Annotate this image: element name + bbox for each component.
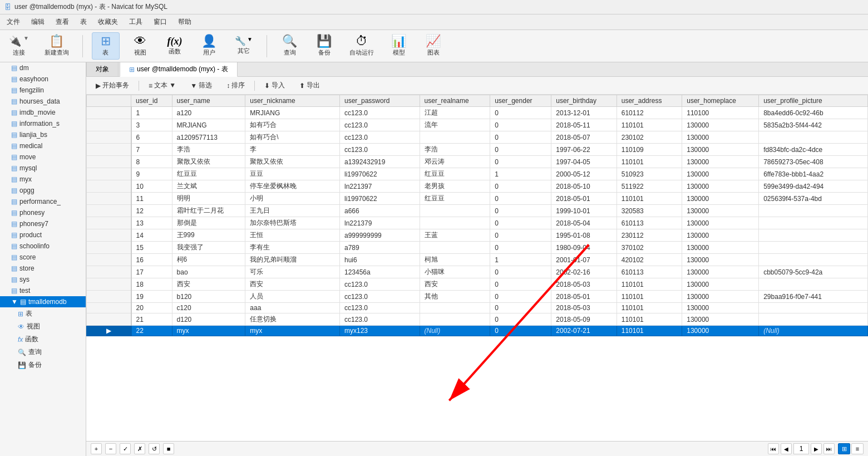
table-cell-user_realname[interactable]: 邓云涛 bbox=[420, 156, 490, 168]
table-cell-user_name[interactable]: bao bbox=[172, 266, 245, 278]
table-cell-user_name[interactable]: 霜叶红于二月花 bbox=[172, 205, 245, 217]
toolbar-connect[interactable]: 🔌 ▼ 连接 bbox=[4, 33, 33, 59]
table-cell-user_birthday[interactable]: 1999-10-01 bbox=[551, 205, 617, 217]
table-cell-user_realname[interactable] bbox=[420, 303, 490, 313]
table-cell-user_gender[interactable]: 0 bbox=[490, 156, 551, 168]
table-cell-user_nickname[interactable]: 加尔奈特巴斯塔 bbox=[245, 217, 340, 229]
table-row[interactable]: 1a120MRJIANGcc123.0江超02013-12-0161011211… bbox=[87, 107, 868, 119]
delete-row-btn[interactable]: − bbox=[105, 443, 116, 454]
table-cell-user_homeplace[interactable]: 130000 bbox=[682, 266, 759, 278]
toolbar-other[interactable]: 🔧▼ 其它 bbox=[230, 35, 258, 57]
toolbar-view[interactable]: 👁 视图 bbox=[126, 33, 154, 59]
menu-file[interactable]: 文件 bbox=[2, 16, 24, 28]
table-cell-user_name[interactable]: a1209577113 bbox=[172, 131, 245, 144]
table-cell-user_password[interactable]: cc123.0 bbox=[339, 107, 420, 119]
col-user-address[interactable]: user_address bbox=[617, 95, 682, 107]
sidebar-item-backup[interactable]: 💾 备份 bbox=[0, 359, 86, 371]
table-row[interactable]: 12霜叶红于二月花王九日a66601999-10-01320583130000 bbox=[87, 205, 868, 217]
table-cell-user_password[interactable]: a666 bbox=[339, 205, 420, 217]
table-cell-user_homeplace[interactable]: 130000 bbox=[682, 278, 759, 291]
add-row-btn[interactable]: + bbox=[91, 443, 102, 454]
prev-page-btn[interactable]: ◀ bbox=[781, 443, 792, 454]
table-cell-user_realname[interactable]: 江超 bbox=[420, 107, 490, 119]
table-cell-user_realname[interactable] bbox=[420, 205, 490, 217]
next-page-btn[interactable]: ▶ bbox=[811, 443, 822, 454]
table-cell-user_homeplace[interactable]: 130000 bbox=[682, 205, 759, 217]
table-cell-user_gender[interactable]: 0 bbox=[490, 193, 551, 205]
table-cell-user_gender[interactable]: 0 bbox=[490, 326, 551, 336]
table-cell-user_profile_picture[interactable]: (Null) bbox=[759, 326, 868, 336]
sidebar-item-imdb[interactable]: ▤ imdb_movie bbox=[0, 107, 86, 118]
table-cell-user_address[interactable]: 370102 bbox=[617, 242, 682, 254]
menu-edit[interactable]: 编辑 bbox=[27, 16, 49, 28]
table-cell-user_gender[interactable]: 0 bbox=[490, 278, 551, 291]
table-cell-user_name[interactable]: d120 bbox=[172, 313, 245, 326]
table-cell-user_birthday[interactable]: 2018-05-03 bbox=[551, 278, 617, 291]
table-cell-user_password[interactable]: ln221397 bbox=[339, 180, 420, 193]
table-cell-user_homeplace[interactable]: 130000 bbox=[682, 254, 759, 266]
table-cell-user_homeplace[interactable]: 130000 bbox=[682, 229, 759, 242]
table-cell-user_profile_picture[interactable]: 599e3499-da42-494 bbox=[759, 180, 868, 193]
sidebar-item-tmalldemodb[interactable]: ▼ ▤ tmalldemodb bbox=[0, 296, 86, 307]
sidebar-item-score[interactable]: ▤ score bbox=[0, 252, 86, 263]
table-cell-user_realname[interactable] bbox=[420, 131, 490, 144]
menu-window[interactable]: 窗口 bbox=[149, 16, 171, 28]
table-cell-user_birthday[interactable]: 2018-05-01 bbox=[551, 291, 617, 303]
table-cell-user_gender[interactable]: 0 bbox=[490, 131, 551, 144]
table-cell-user_gender[interactable]: 0 bbox=[490, 217, 551, 229]
table-cell-user_name[interactable]: 柯6 bbox=[172, 254, 245, 266]
table-cell-user_address[interactable]: 610113 bbox=[617, 266, 682, 278]
col-user-id[interactable]: user_id bbox=[131, 95, 172, 107]
table-cell-user_address[interactable]: 230102 bbox=[617, 131, 682, 144]
tab-table[interactable]: ⊞ user @tmalldemodb (myx) - 表 bbox=[120, 62, 238, 77]
table-cell-user_homeplace[interactable]: 130000 bbox=[682, 217, 759, 229]
toolbar-table[interactable]: ⊞ 表 bbox=[92, 32, 120, 60]
table-cell-user_password[interactable]: cc123.0 bbox=[339, 278, 420, 291]
table-cell-user_nickname[interactable]: 停车坐爱枫林晚 bbox=[245, 180, 340, 193]
table-cell-user_birthday[interactable]: 2018-05-09 bbox=[551, 313, 617, 326]
table-row[interactable]: 19b120人员cc123.0其他02018-05-01110101130000… bbox=[87, 291, 868, 303]
toolbar-chart[interactable]: 📈 图表 bbox=[420, 33, 447, 59]
sidebar-item-tables[interactable]: ⊞ 表 bbox=[0, 307, 86, 320]
table-cell-user_id[interactable]: 3 bbox=[131, 119, 172, 131]
table-cell-user_id[interactable]: 17 bbox=[131, 266, 172, 278]
table-cell-user_name[interactable]: 西安 bbox=[172, 278, 245, 291]
table-cell-user_birthday[interactable]: 2018-05-04 bbox=[551, 217, 617, 229]
table-cell-user_name[interactable]: 我变强了 bbox=[172, 242, 245, 254]
menu-table[interactable]: 表 bbox=[76, 16, 91, 28]
table-cell-user_homeplace[interactable]: 130000 bbox=[682, 193, 759, 205]
table-cell-user_realname[interactable]: 其他 bbox=[420, 291, 490, 303]
sidebar-item-medical[interactable]: ▤ medical bbox=[0, 140, 86, 151]
table-cell-user_realname[interactable]: 老男孩 bbox=[420, 180, 490, 193]
table-cell-user_realname[interactable] bbox=[420, 313, 490, 326]
import-btn[interactable]: ⬇ 导入 bbox=[259, 79, 290, 92]
table-cell-user_profile_picture[interactable] bbox=[759, 254, 868, 266]
table-cell-user_nickname[interactable]: 我的兄弟叫顺溜 bbox=[245, 254, 340, 266]
toolbar-model[interactable]: 📊 模型 bbox=[385, 33, 413, 59]
sidebar-item-functions[interactable]: fx 函数 bbox=[0, 333, 86, 346]
table-row[interactable]: 13那倒是加尔奈特巴斯塔ln22137902018-05-04610113130… bbox=[87, 217, 868, 229]
table-cell-user_birthday[interactable]: 2002-07-21 bbox=[551, 326, 617, 336]
table-cell-user_id[interactable]: 22 bbox=[131, 326, 172, 336]
table-cell-user_homeplace[interactable]: 130000 bbox=[682, 180, 759, 193]
table-cell-user_gender[interactable]: 1 bbox=[490, 168, 551, 180]
table-cell-user_password[interactable]: hui6 bbox=[339, 254, 420, 266]
table-row[interactable]: 3MRJIANG如有巧合cc123.0流年02018-05-1111010113… bbox=[87, 119, 868, 131]
col-user-realname[interactable]: user_realname bbox=[420, 95, 490, 107]
sidebar-item-lianjia[interactable]: ▤ lianjia_bs bbox=[0, 129, 86, 140]
table-cell-user_address[interactable]: 511922 bbox=[617, 180, 682, 193]
table-row[interactable]: 9红豆豆豆豆li19970622红豆豆12000-05-125109231300… bbox=[87, 168, 868, 180]
table-cell-user_gender[interactable]: 0 bbox=[490, 303, 551, 313]
table-cell-user_password[interactable]: myx123 bbox=[339, 326, 420, 336]
table-cell-user_profile_picture[interactable]: 5835a2b3-5f44-442 bbox=[759, 119, 868, 131]
table-cell-user_address[interactable]: 110101 bbox=[617, 193, 682, 205]
sidebar-item-opgg[interactable]: ▤ opgg bbox=[0, 185, 86, 196]
table-container[interactable]: user_id user_name user_nickname user_pas… bbox=[86, 95, 868, 441]
last-page-btn[interactable]: ⏭ bbox=[823, 443, 835, 454]
sidebar-item-schoolinfo[interactable]: ▤ schoolinfo bbox=[0, 241, 86, 252]
table-cell-user_homeplace[interactable]: 130000 bbox=[682, 291, 759, 303]
table-cell-user_password[interactable]: a1392432919 bbox=[339, 156, 420, 168]
table-cell-user_address[interactable]: 110101 bbox=[617, 291, 682, 303]
table-cell-user_homeplace[interactable]: 130000 bbox=[682, 313, 759, 326]
table-cell-user_name[interactable]: b120 bbox=[172, 291, 245, 303]
